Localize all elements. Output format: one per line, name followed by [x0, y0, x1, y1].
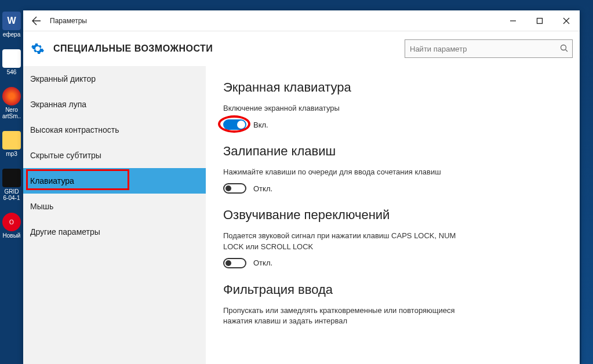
svg-rect-1 — [537, 18, 543, 23]
desktop-right-strip — [581, 0, 593, 364]
desktop-icon-word[interactable]: Wефера — [1, 12, 23, 38]
section-title: Экранная клавиатура — [223, 80, 562, 95]
desktop-icon-nero[interactable]: Nero artSm.. — [1, 87, 23, 119]
sidebar: Экранный диктор Экранная лупа Высокая ко… — [23, 66, 206, 364]
section-desc: Включение экранной клавиатуры — [223, 103, 472, 114]
section-desc: Подается звуковой сигнал при нажатии кла… — [223, 231, 472, 252]
close-button[interactable] — [553, 10, 580, 31]
settings-window: Параметры СПЕЦИАЛЬНЫЕ ВОЗМОЖНОСТИ Экранн… — [23, 10, 580, 364]
minimize-icon — [510, 17, 516, 24]
toggle-row-onscreen-keyboard: Вкл. — [223, 119, 562, 130]
toggle-state-label: Откл. — [253, 259, 272, 267]
sidebar-item-label: Другие параметры — [30, 227, 100, 236]
titlebar: Параметры — [23, 10, 580, 31]
desktop-icon-doc[interactable]: 546 — [1, 49, 23, 75]
back-button[interactable] — [23, 10, 50, 31]
search-wrap — [405, 39, 573, 58]
close-icon — [563, 17, 570, 24]
toggle-sticky-keys[interactable] — [223, 183, 246, 194]
minimize-button[interactable] — [500, 10, 526, 31]
desktop-icon-mp3[interactable]: mp3 — [1, 131, 23, 157]
sidebar-item-magnifier[interactable]: Экранная лупа — [23, 92, 206, 117]
section-title: Озвучивание переключений — [223, 208, 562, 223]
header-title: СПЕЦИАЛЬНЫЕ ВОЗМОЖНОСТИ — [53, 43, 213, 54]
search-input[interactable] — [405, 39, 573, 58]
window-body: Экранный диктор Экранная лупа Высокая ко… — [23, 66, 580, 364]
toggle-state-label: Откл. — [253, 184, 272, 193]
sidebar-item-keyboard[interactable]: Клавиатура — [23, 168, 206, 194]
header-row: СПЕЦИАЛЬНЫЕ ВОЗМОЖНОСТИ — [23, 31, 580, 66]
toggle-state-label: Вкл. — [253, 121, 268, 129]
sidebar-item-label: Высокая контрастность — [30, 125, 119, 134]
desktop-icon-opera[interactable]: OНовый — [1, 213, 23, 239]
svg-point-2 — [561, 45, 566, 50]
search-icon — [560, 44, 568, 54]
maximize-icon — [536, 17, 543, 24]
section-toggle-keys: Озвучивание переключений Подается звуков… — [223, 208, 562, 268]
window-title: Параметры — [50, 17, 87, 25]
svg-line-3 — [566, 50, 568, 52]
toggle-row-sticky-keys: Откл. — [223, 183, 562, 194]
section-title: Фильтрация ввода — [223, 282, 562, 297]
toggle-onscreen-keyboard[interactable] — [223, 119, 246, 130]
sidebar-item-closed-captions[interactable]: Скрытые субтитры — [23, 143, 206, 168]
section-desc: Нажимайте клавиши по очереди для ввода с… — [223, 167, 472, 177]
desktop-icon-grid[interactable]: GRID 6-04-1 — [1, 169, 23, 201]
desktop-icons: Wефера 546 Nero artSm.. mp3 GRID 6-04-1 … — [0, 0, 23, 364]
arrow-left-icon — [32, 16, 41, 26]
content-pane: Экранная клавиатура Включение экранной к… — [206, 66, 580, 364]
maximize-button[interactable] — [526, 10, 553, 31]
sidebar-item-mouse[interactable]: Мышь — [23, 194, 206, 219]
sidebar-item-high-contrast[interactable]: Высокая контрастность — [23, 117, 206, 143]
section-title: Залипание клавиш — [223, 144, 562, 159]
sidebar-item-label: Скрытые субтитры — [30, 151, 101, 160]
sidebar-item-label: Мышь — [30, 202, 53, 211]
gear-icon — [30, 41, 45, 56]
sidebar-item-label: Экранная лупа — [30, 100, 86, 109]
section-sticky-keys: Залипание клавиш Нажимайте клавиши по оч… — [223, 144, 562, 194]
section-desc: Пропускать или замедлять кратковременные… — [223, 305, 472, 326]
sidebar-item-other[interactable]: Другие параметры — [23, 219, 206, 245]
sidebar-item-narrator[interactable]: Экранный диктор — [23, 66, 206, 92]
toggle-row-toggle-keys: Откл. — [223, 258, 562, 268]
toggle-toggle-keys[interactable] — [223, 258, 246, 268]
section-filter-keys: Фильтрация ввода Пропускать или замедлят… — [223, 282, 562, 326]
sidebar-item-label: Клавиатура — [30, 176, 74, 185]
sidebar-item-label: Экранный диктор — [30, 74, 96, 83]
section-onscreen-keyboard: Экранная клавиатура Включение экранной к… — [223, 80, 562, 130]
